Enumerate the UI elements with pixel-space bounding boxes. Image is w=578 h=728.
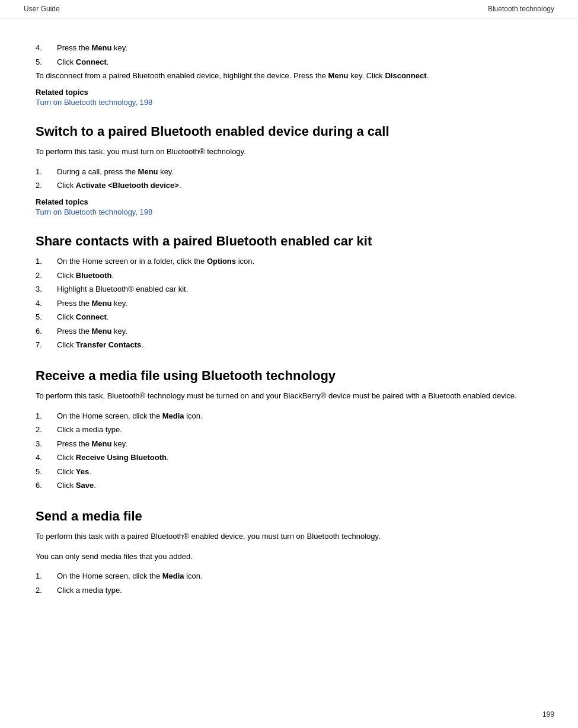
step-text: Click Connect. [57, 311, 108, 323]
section-receive-intro: To perform this task, Bluetooth® technol… [36, 390, 542, 402]
step-num: 3. [36, 283, 57, 295]
step-text: On the Home screen or in a folder, click… [57, 256, 254, 267]
step-num: 4. [36, 452, 57, 464]
step-item: 4. Click Receive Using Bluetooth. [36, 452, 542, 464]
step-text: Click Save. [57, 480, 96, 491]
step-num: 1. [36, 570, 57, 582]
related-topics-label: Related topics [36, 88, 542, 97]
step-text: Click Yes. [57, 466, 91, 478]
related-topics-2: Related topics Turn on Bluetooth technol… [36, 197, 542, 216]
step-item: 2. Click a media type. [36, 585, 542, 596]
step-item: 1. On the Home screen, click the Media i… [36, 410, 542, 422]
page-number: 199 [542, 710, 554, 719]
step-num: 1. [36, 256, 57, 267]
step-num: 1. [36, 166, 57, 178]
step-item: 4. Press the Menu key. [36, 298, 542, 309]
step-num: 2. [36, 270, 57, 282]
step-text: Click Activate <Bluetooth device>. [57, 180, 181, 191]
section-send-intro1: To perform this task with a paired Bluet… [36, 531, 542, 542]
step-num: 5. [36, 466, 57, 478]
section-send: Send a media file To perform this task w… [36, 508, 542, 596]
step-item: 2. Click a media type. [36, 424, 542, 436]
step-num: 6. [36, 480, 57, 491]
step-text: Press the Menu key. [57, 42, 127, 54]
related-link-2[interactable]: Turn on Bluetooth technology, 198 [36, 207, 542, 216]
step-text: Press the Menu key. [57, 438, 127, 450]
step-text: Press the Menu key. [57, 325, 127, 337]
step-item: 1. On the Home screen or in a folder, cl… [36, 256, 542, 267]
step-num: 4. [36, 298, 57, 309]
header-right: Bluetooth technology [488, 5, 554, 13]
section-receive-heading: Receive a media file using Bluetooth tec… [36, 368, 542, 385]
step-text: Click Connect. [57, 56, 108, 68]
step-text: During a call, press the Menu key. [57, 166, 174, 178]
step-text: Click Receive Using Bluetooth. [57, 452, 169, 464]
step-num: 4. [36, 42, 57, 54]
step-item: 2. Click Activate <Bluetooth device>. [36, 180, 542, 191]
step-text: On the Home screen, click the Media icon… [57, 570, 203, 582]
step-num: 5. [36, 311, 57, 323]
section-switch-heading: Switch to a paired Bluetooth enabled dev… [36, 123, 542, 141]
step-num: 1. [36, 410, 57, 422]
step-num: 6. [36, 325, 57, 337]
step-item: 4. Press the Menu key. [36, 42, 542, 54]
related-link-1[interactable]: Turn on Bluetooth technology, 198 [36, 98, 542, 107]
step-text: Click Bluetooth. [57, 270, 114, 282]
step-item: 5. Click Connect. [36, 56, 542, 68]
step-item: 1. On the Home screen, click the Media i… [36, 570, 542, 582]
step-num: 2. [36, 180, 57, 191]
step-text: Press the Menu key. [57, 298, 127, 309]
page-content: 4. Press the Menu key. 5. Click Connect.… [0, 18, 578, 636]
page-header: User Guide Bluetooth technology [0, 0, 578, 18]
step-item: 7. Click Transfer Contacts. [36, 339, 542, 351]
step-num: 2. [36, 585, 57, 596]
section-switch-steps: 1. During a call, press the Menu key. 2.… [36, 166, 542, 191]
step-item: 1. During a call, press the Menu key. [36, 166, 542, 178]
related-topics-1: Related topics Turn on Bluetooth technol… [36, 88, 542, 107]
section-receive: Receive a media file using Bluetooth tec… [36, 368, 542, 491]
step-item: 5. Click Connect. [36, 311, 542, 323]
disconnect-paragraph: To disconnect from a paired Bluetooth en… [36, 70, 542, 82]
step-item: 5. Click Yes. [36, 466, 542, 478]
step-item: 6. Click Save. [36, 480, 542, 491]
section-share-heading: Share contacts with a paired Bluetooth e… [36, 233, 542, 250]
section-send-intro2: You can only send media files that you a… [36, 551, 542, 563]
page-footer: 199 [542, 710, 554, 719]
header-left: User Guide [24, 5, 60, 13]
top-steps-block: 4. Press the Menu key. 5. Click Connect. [36, 36, 542, 68]
section-receive-steps: 1. On the Home screen, click the Media i… [36, 410, 542, 491]
related-topics-label: Related topics [36, 197, 542, 206]
step-item: 3. Press the Menu key. [36, 438, 542, 450]
step-item: 3. Highlight a Bluetooth® enabled car ki… [36, 283, 542, 295]
step-num: 3. [36, 438, 57, 450]
section-send-heading: Send a media file [36, 508, 542, 525]
step-text: Click a media type. [57, 585, 122, 596]
section-switch-intro: To perform this task, you must turn on B… [36, 146, 542, 158]
step-num: 7. [36, 339, 57, 351]
step-text: Click Transfer Contacts. [57, 339, 143, 351]
section-switch: Switch to a paired Bluetooth enabled dev… [36, 123, 542, 216]
step-text: Highlight a Bluetooth® enabled car kit. [57, 283, 188, 295]
section-share: Share contacts with a paired Bluetooth e… [36, 233, 542, 351]
section-send-steps: 1. On the Home screen, click the Media i… [36, 570, 542, 596]
section-share-steps: 1. On the Home screen or in a folder, cl… [36, 256, 542, 351]
step-num: 5. [36, 56, 57, 68]
step-num: 2. [36, 424, 57, 436]
step-item: 6. Press the Menu key. [36, 325, 542, 337]
step-text: Click a media type. [57, 424, 122, 436]
step-item: 2. Click Bluetooth. [36, 270, 542, 282]
step-text: On the Home screen, click the Media icon… [57, 410, 203, 422]
